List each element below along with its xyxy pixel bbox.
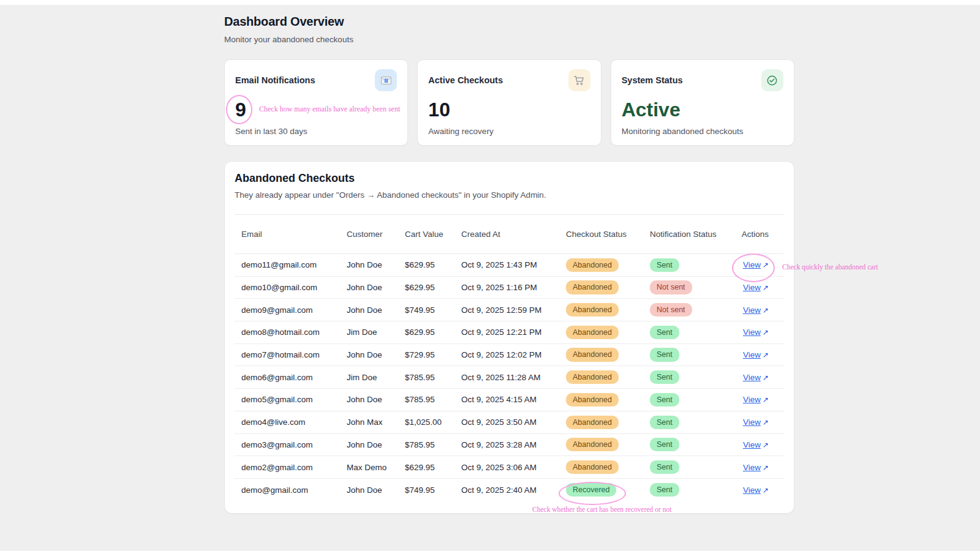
checkout-status-badge: Abandoned <box>566 303 619 317</box>
cell-cart-value: $629.95 <box>405 283 461 292</box>
col-header-checkout-status: Checkout Status <box>566 230 650 239</box>
view-link[interactable]: View↗ <box>743 395 769 404</box>
table-row: demo11@gmail.com John Doe $629.95 Oct 9,… <box>235 254 784 277</box>
view-link-label: View <box>743 373 761 382</box>
cell-customer: John Doe <box>347 440 405 449</box>
view-link[interactable]: View↗ <box>743 305 769 315</box>
table-row: demo10@gmail.com John Doe $629.95 Oct 9,… <box>235 277 784 299</box>
checkout-status-badge: Abandoned <box>566 370 619 384</box>
cell-cart-value: $629.95 <box>405 260 461 269</box>
notification-status-badge: Sent <box>650 258 679 272</box>
checkout-status-badge: Abandoned <box>566 438 619 451</box>
cell-created-at: Oct 9, 2025 12:21 PM <box>461 328 566 337</box>
external-link-arrow-icon: ↗ <box>763 418 769 427</box>
cell-customer: John Doe <box>347 283 405 292</box>
cell-email: demo3@gmail.com <box>241 440 347 449</box>
page-subtitle: Monitor your abandoned checkouts <box>224 35 353 44</box>
external-link-arrow-icon: ↗ <box>763 373 769 382</box>
external-link-arrow-icon: ↗ <box>763 486 769 495</box>
notification-status-badge: Sent <box>650 483 679 497</box>
external-link-arrow-icon: ↗ <box>763 351 769 359</box>
cell-created-at: Oct 9, 2025 1:43 PM <box>461 260 566 269</box>
table-row: demo5@gmail.com John Doe $785.95 Oct 9, … <box>235 389 784 411</box>
cell-email: demo4@live.com <box>241 418 347 427</box>
external-link-arrow-icon: ↗ <box>763 463 769 472</box>
view-link-label: View <box>743 395 761 404</box>
table-header-row: Email Customer Cart Value Created At Che… <box>235 215 784 254</box>
table-row: demo@gmail.com John Doe $749.95 Oct 9, 2… <box>235 479 784 501</box>
table-row: demo7@hotmail.com John Doe $729.95 Oct 9… <box>235 344 784 367</box>
notification-status-badge: Sent <box>650 393 679 407</box>
cell-cart-value: $629.95 <box>405 463 461 472</box>
system-status-value: Active <box>622 100 783 121</box>
cell-created-at: Oct 9, 2025 3:50 AM <box>461 418 566 427</box>
view-link[interactable]: View↗ <box>743 418 769 427</box>
table-row: demo2@gmail.com Max Demo $629.95 Oct 9, … <box>235 456 784 479</box>
view-link[interactable]: View↗ <box>743 328 769 337</box>
checkout-status-badge: Abandoned <box>566 393 619 407</box>
view-link-label: View <box>743 260 761 269</box>
notification-status-badge: Sent <box>650 460 679 474</box>
cell-email: demo@gmail.com <box>241 485 347 495</box>
cell-email: demo8@hotmail.com <box>241 328 347 337</box>
notification-status-badge: Sent <box>650 348 679 361</box>
cell-customer: Jim Doe <box>347 373 405 382</box>
table-row: demo9@gmail.com John Doe $749.95 Oct 9, … <box>235 299 784 321</box>
card-label: Awaiting recovery <box>428 127 590 136</box>
active-checkouts-card: Active Checkouts 10 Awaiting recovery <box>417 59 601 146</box>
abandoned-checkouts-panel: Abandoned Checkouts They already appear … <box>224 161 794 514</box>
panel-subtitle: They already appear under "Orders → Aban… <box>235 190 784 200</box>
cell-email: demo7@hotmail.com <box>241 350 347 359</box>
view-link-label: View <box>743 305 761 315</box>
col-header-cart-value: Cart Value <box>405 230 461 239</box>
notification-status-badge: Sent <box>650 438 679 451</box>
card-title: System Status <box>622 75 683 85</box>
view-link-label: View <box>743 463 761 472</box>
email-icon <box>375 69 397 91</box>
view-link[interactable]: View↗ <box>743 485 769 495</box>
col-header-email: Email <box>241 230 347 239</box>
checkout-status-badge: Abandoned <box>566 326 619 339</box>
view-link[interactable]: View↗ <box>743 260 769 269</box>
table-row: demo8@hotmail.com Jim Doe $629.95 Oct 9,… <box>235 321 784 344</box>
cell-email: demo6@gmail.com <box>241 373 347 382</box>
view-link[interactable]: View↗ <box>743 373 769 382</box>
view-link[interactable]: View↗ <box>743 463 769 472</box>
cell-cart-value: $629.95 <box>405 328 461 337</box>
card-title: Active Checkouts <box>428 75 503 85</box>
checkout-status-badge: Abandoned <box>566 460 619 474</box>
cell-email: demo9@gmail.com <box>241 305 347 315</box>
cell-customer: John Max <box>347 418 405 427</box>
external-link-arrow-icon: ↗ <box>763 306 769 315</box>
card-title: Email Notifications <box>235 75 315 85</box>
view-link-label: View <box>743 283 761 292</box>
col-header-notification-status: Notification Status <box>650 230 729 239</box>
cell-email: demo2@gmail.com <box>241 463 347 472</box>
checkout-status-badge: Abandoned <box>566 348 619 361</box>
cell-created-at: Oct 9, 2025 12:59 PM <box>461 305 566 315</box>
external-link-arrow-icon: ↗ <box>763 395 769 404</box>
col-header-created-at: Created At <box>461 230 566 239</box>
table-rows: demo11@gmail.com John Doe $629.95 Oct 9,… <box>235 254 784 501</box>
view-link-label: View <box>743 328 761 337</box>
table-row: demo3@gmail.com John Doe $785.95 Oct 9, … <box>235 434 784 457</box>
external-link-arrow-icon: ↗ <box>763 328 769 337</box>
view-link[interactable]: View↗ <box>743 440 769 449</box>
annotation-note-view: Check quickly the abandoned cart <box>782 263 878 271</box>
cell-created-at: Oct 9, 2025 3:28 AM <box>461 440 566 449</box>
cell-customer: Jim Doe <box>347 328 405 337</box>
cell-customer: John Doe <box>347 260 405 269</box>
cell-cart-value: $749.95 <box>405 485 461 495</box>
notification-status-badge: Sent <box>650 370 679 384</box>
panel-title: Abandoned Checkouts <box>235 172 784 185</box>
cell-customer: John Doe <box>347 485 405 495</box>
view-link-label: View <box>743 418 761 427</box>
view-link-label: View <box>743 485 761 495</box>
view-link[interactable]: View↗ <box>743 283 769 292</box>
view-link[interactable]: View↗ <box>743 350 769 359</box>
notification-status-badge: Sent <box>650 326 679 339</box>
external-link-arrow-icon: ↗ <box>763 261 769 269</box>
cell-email: demo10@gmail.com <box>241 283 347 292</box>
external-link-arrow-icon: ↗ <box>763 283 769 292</box>
cell-email: demo11@gmail.com <box>241 260 347 269</box>
